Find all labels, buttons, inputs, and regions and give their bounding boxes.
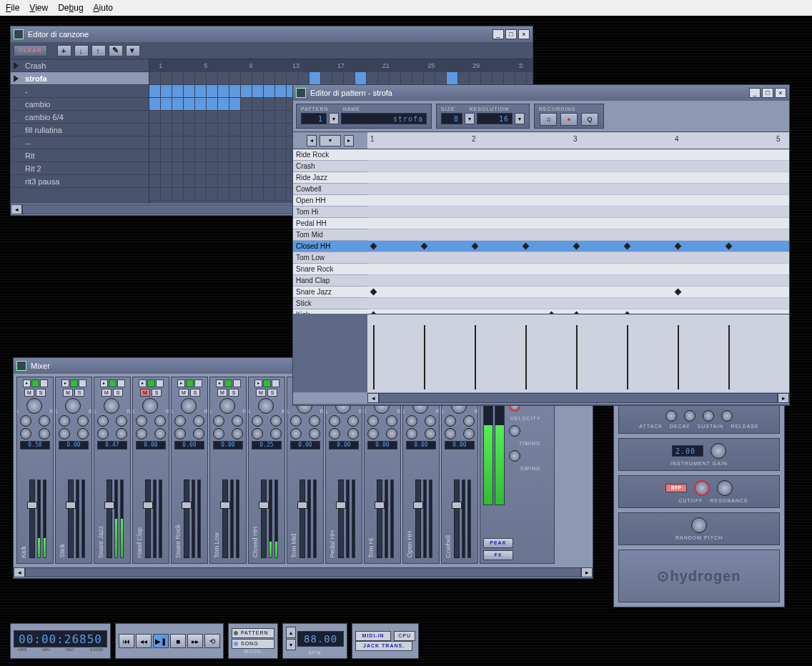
play-trigger-button[interactable]: ▸ (216, 379, 224, 387)
volume-fader[interactable] (261, 479, 267, 558)
grid-cell[interactable] (241, 175, 252, 187)
note[interactable] (370, 289, 377, 296)
fx3-knob[interactable] (290, 428, 302, 439)
grid-cell[interactable] (344, 72, 355, 84)
grid-cell[interactable] (161, 124, 172, 136)
zoom-in-button[interactable]: ▸ (344, 135, 354, 146)
note[interactable] (523, 243, 530, 250)
grid-cell[interactable] (275, 72, 287, 84)
play-trigger-button[interactable]: ▸ (61, 379, 69, 387)
grid-cell[interactable] (275, 124, 287, 136)
note[interactable] (573, 243, 580, 250)
grid-cell[interactable] (264, 111, 275, 123)
grid-cell[interactable] (264, 72, 275, 84)
fx4-knob[interactable] (386, 428, 397, 439)
fx2-knob[interactable] (193, 415, 204, 427)
grid-cell[interactable] (161, 162, 172, 174)
mute-button[interactable]: M (24, 389, 34, 397)
grid-cell[interactable] (172, 136, 184, 149)
note-grid[interactable] (367, 149, 789, 314)
pan-knob[interactable] (181, 398, 197, 414)
grid-cell[interactable] (481, 72, 492, 84)
volume-fader[interactable] (107, 479, 112, 558)
grid-cell[interactable] (149, 149, 161, 161)
fx2-knob[interactable] (154, 415, 166, 427)
grid-cell[interactable] (172, 111, 184, 123)
pattern-row[interactable]: - (11, 85, 149, 98)
fx2-knob[interactable] (386, 415, 397, 427)
pattern-number[interactable]: 1 (301, 113, 327, 124)
grid-cell[interactable] (184, 188, 195, 200)
grid-cell[interactable] (172, 72, 184, 84)
fx1-knob[interactable] (213, 415, 224, 427)
grid-cell[interactable] (252, 124, 264, 136)
mute-button[interactable]: M (102, 389, 112, 397)
grid-cell[interactable] (184, 149, 195, 161)
grid-cell[interactable] (275, 136, 287, 149)
note[interactable] (370, 243, 377, 250)
hear-notes-button[interactable]: ♫ (540, 113, 557, 126)
random-pitch-knob[interactable] (691, 517, 707, 533)
pattern-row[interactable]: rit3 pausa (11, 175, 149, 188)
play-button[interactable]: ▶❚ (153, 634, 169, 648)
draw-mode-button[interactable]: ✎ (109, 45, 123, 56)
grid-cell[interactable] (218, 111, 229, 123)
grid-cell[interactable] (332, 72, 344, 84)
grid-cell[interactable] (207, 175, 218, 187)
edit-button[interactable] (40, 379, 48, 387)
options-button[interactable]: ▾ (126, 45, 140, 56)
grid-cell[interactable] (367, 72, 378, 84)
fx2-knob[interactable] (116, 415, 127, 427)
grid-cell[interactable] (275, 188, 287, 200)
grid-cell[interactable] (229, 72, 241, 84)
fx2-knob[interactable] (347, 415, 359, 427)
grid-cell[interactable] (264, 98, 275, 110)
volume-fader[interactable] (222, 479, 228, 558)
release-knob[interactable] (721, 410, 733, 422)
forward-button[interactable]: ▸▸ (187, 634, 203, 648)
fx2-knob[interactable] (77, 415, 89, 427)
fx1-knob[interactable] (406, 415, 417, 427)
grid-cell[interactable] (218, 98, 229, 110)
grid-cell[interactable] (184, 85, 195, 97)
grid-cell[interactable] (172, 188, 184, 200)
mute-button[interactable]: M (256, 389, 266, 397)
grid-cell[interactable] (195, 136, 207, 149)
grid-cell[interactable] (241, 136, 252, 149)
grid-cell[interactable] (172, 149, 184, 161)
grid-cell[interactable] (218, 175, 229, 187)
grid-cell[interactable] (241, 72, 252, 84)
volume-fader[interactable] (145, 479, 151, 558)
grid-cell[interactable] (252, 175, 264, 187)
volume-fader[interactable] (415, 479, 421, 558)
mixer-hscroll[interactable]: ◂▸ (14, 567, 593, 578)
gain-knob[interactable] (710, 443, 726, 459)
grid-cell[interactable] (195, 188, 207, 200)
note[interactable] (624, 243, 631, 250)
note[interactable] (675, 243, 682, 250)
grid-cell[interactable] (161, 175, 172, 187)
fx2-knob[interactable] (232, 415, 243, 427)
sustain-knob[interactable] (703, 410, 714, 422)
grid-cell[interactable] (229, 175, 241, 187)
grid-cell[interactable] (275, 85, 287, 97)
mute-button[interactable]: M (217, 389, 227, 397)
fx1-knob[interactable] (174, 415, 186, 427)
grid-cell[interactable] (264, 188, 275, 200)
timing-knob[interactable] (509, 450, 520, 462)
fx2-knob[interactable] (425, 415, 436, 427)
solo-button[interactable]: S (113, 389, 123, 397)
move-down-button[interactable]: ↓ (74, 45, 89, 56)
grid-cell[interactable] (229, 85, 241, 97)
grid-cell[interactable] (184, 175, 195, 187)
size-dropdown[interactable]: ▾ (465, 113, 475, 124)
pattern-row[interactable]: strofa (11, 72, 149, 85)
pan-knob[interactable] (142, 398, 158, 414)
grid-cell[interactable] (229, 162, 241, 174)
edit-button[interactable] (117, 379, 125, 387)
instrument-row[interactable]: Cowbell (293, 184, 367, 195)
grid-cell[interactable] (275, 98, 287, 110)
grid-cell[interactable] (195, 162, 207, 174)
grid-cell[interactable] (241, 124, 252, 136)
grid-cell[interactable] (195, 111, 207, 123)
